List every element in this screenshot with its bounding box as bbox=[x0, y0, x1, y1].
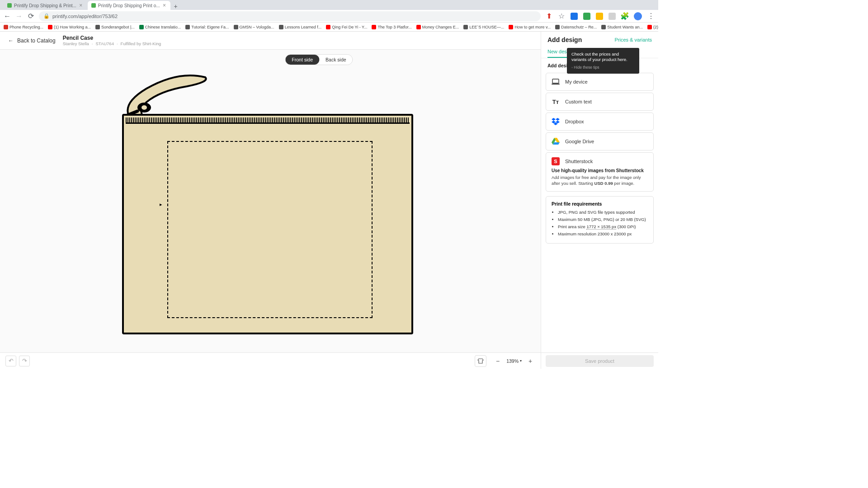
requirements-title: Print file requirements bbox=[552, 201, 648, 206]
requirement-item: Maximum 50 MB (JPG, PNG) or 20 MB (SVG) bbox=[558, 216, 648, 223]
bookmark-favicon-icon bbox=[4, 25, 8, 29]
product-brand: Stanley Stella bbox=[63, 41, 89, 46]
requirement-item: Print area size 1772 × 1535 px (300 DPI) bbox=[558, 224, 648, 230]
bookmark-item[interactable]: Phone Recycling... bbox=[4, 25, 43, 29]
requirement-item: JPG, PNG and SVG file types supported bbox=[558, 209, 648, 216]
bookmark-item[interactable]: Chinese translatio... bbox=[139, 25, 181, 29]
bookmark-item[interactable]: GMSN – Vologda... bbox=[234, 25, 274, 29]
requirement-item: Maximum resolution 23000 x 23000 px bbox=[558, 231, 648, 237]
redo-button[interactable]: ↷ bbox=[19, 356, 30, 366]
url-bar[interactable]: 🔒 printify.com/app/editor/753/62 bbox=[39, 11, 541, 21]
arrow-left-icon: ← bbox=[8, 38, 14, 44]
browser-tab[interactable]: Printify Drop Shipping Print o... × bbox=[88, 1, 170, 10]
reload-icon[interactable]: ⟳ bbox=[27, 13, 34, 20]
bookmark-item[interactable]: Datenschutz – Re... bbox=[555, 25, 597, 29]
google-drive-icon bbox=[552, 137, 560, 145]
product-sku: STAU764 bbox=[95, 41, 113, 46]
zipper-teeth bbox=[126, 117, 410, 124]
bookmark-favicon-icon bbox=[647, 25, 652, 29]
bookmark-label: Student Wants an... bbox=[607, 25, 643, 29]
profile-avatar[interactable] bbox=[634, 12, 642, 20]
star-icon[interactable]: ☆ bbox=[558, 13, 565, 20]
back-side-tab[interactable]: Back side bbox=[319, 55, 353, 65]
zoom-out-button[interactable]: − bbox=[493, 356, 503, 366]
source-shutterstock[interactable]: S Shutterstock Use high-quality images f… bbox=[546, 152, 654, 192]
bookmark-item[interactable]: Qing Fei De Yi - Y... bbox=[326, 25, 367, 29]
bookmark-item[interactable]: (2) How To Add A... bbox=[647, 25, 658, 29]
undo-button[interactable]: ↶ bbox=[5, 356, 16, 366]
bookmark-favicon-icon bbox=[463, 25, 468, 29]
product-mockup bbox=[122, 114, 413, 334]
bookmark-favicon-icon bbox=[48, 25, 52, 29]
shutterstock-subtitle: Use high-quality images from Shutterstoc… bbox=[552, 168, 648, 173]
save-bar: Save product bbox=[541, 352, 658, 369]
close-icon[interactable]: × bbox=[79, 3, 83, 8]
chevron-down-icon: ▾ bbox=[520, 359, 522, 363]
option-label: Google Drive bbox=[565, 139, 594, 144]
laptop-icon bbox=[552, 78, 560, 86]
bookmark-item[interactable]: LEE´S HOUSE—... bbox=[463, 25, 504, 29]
text-icon: Tт bbox=[552, 98, 560, 106]
tooltip-text: Check out the prices and variants of you… bbox=[571, 52, 627, 62]
menu-icon[interactable]: ⋮ bbox=[647, 13, 655, 20]
bookmark-label: How to get more v... bbox=[514, 25, 551, 29]
forward-icon[interactable]: → bbox=[15, 13, 23, 20]
print-area-outline[interactable] bbox=[167, 141, 373, 318]
bookmark-label: The Top 3 Platfor... bbox=[377, 25, 411, 29]
bookmark-label: Qing Fei De Yi - Y... bbox=[332, 25, 367, 29]
bookmark-item[interactable]: Lessons Learned f... bbox=[279, 25, 322, 29]
front-side-tab[interactable]: Front side bbox=[285, 55, 319, 65]
bookmark-item[interactable]: Money Changes E... bbox=[416, 25, 459, 29]
browser-tab[interactable]: Printify Drop Shipping & Print... × bbox=[4, 1, 87, 10]
bookmark-item[interactable]: How to get more v... bbox=[509, 25, 551, 29]
design-sidebar: Add design Prices & variants New design … bbox=[541, 32, 658, 369]
source-my-device[interactable]: My device bbox=[546, 73, 654, 91]
source-dropbox[interactable]: Dropbox bbox=[546, 113, 654, 131]
source-google-drive[interactable]: Google Drive bbox=[546, 132, 654, 150]
extension-icon[interactable] bbox=[571, 13, 578, 20]
bookmark-favicon-icon bbox=[601, 25, 606, 29]
bookmark-label: Datenschutz – Re... bbox=[561, 25, 597, 29]
bookmark-favicon-icon bbox=[234, 25, 238, 29]
back-to-catalog-link[interactable]: ← Back to Catalog bbox=[8, 38, 56, 44]
zoom-in-button[interactable]: + bbox=[525, 356, 535, 366]
extensions-icon[interactable]: 🧩 bbox=[621, 13, 628, 20]
hide-tips-link[interactable]: ◦ Hide these tips bbox=[571, 65, 635, 70]
new-tab-button[interactable]: + bbox=[171, 3, 180, 10]
product-fulfilled: Fulfilled by Shirt-King bbox=[121, 41, 161, 46]
bookmark-item[interactable]: Tutorial: Eigene Fa... bbox=[185, 25, 229, 29]
back-icon[interactable]: ← bbox=[4, 13, 11, 20]
bookmark-item[interactable]: The Top 3 Platfor... bbox=[372, 25, 411, 29]
extension-icon[interactable] bbox=[609, 13, 616, 20]
extension-icon[interactable] bbox=[583, 13, 590, 20]
editor-canvas[interactable]: ▸ bbox=[0, 50, 541, 354]
preview-toggle-button[interactable] bbox=[475, 355, 486, 367]
toolbar-actions: ⬆ ☆ 🧩 ⋮ bbox=[545, 12, 655, 20]
save-product-button[interactable]: Save product bbox=[546, 355, 653, 367]
bookmark-label: Tutorial: Eigene Fa... bbox=[191, 25, 229, 29]
close-icon[interactable]: × bbox=[162, 3, 167, 8]
extension-icon[interactable] bbox=[596, 13, 603, 20]
bookmark-label: LEE´S HOUSE—... bbox=[469, 25, 504, 29]
bookmarks-bar: Phone Recycling...(1) How Working a...So… bbox=[0, 23, 658, 32]
bookmark-label: Money Changes E... bbox=[422, 25, 459, 29]
zipper-pull-icon bbox=[119, 70, 214, 120]
prices-variants-link[interactable]: Prices & variants bbox=[614, 37, 652, 42]
side-toggle: Front side Back side bbox=[285, 54, 353, 65]
option-label: Shutterstock bbox=[565, 159, 593, 164]
bookmark-item[interactable]: (1) How Working a... bbox=[48, 25, 91, 29]
bookmark-label: Chinese translatio... bbox=[145, 25, 181, 29]
product-title: Pencil Case bbox=[63, 35, 161, 41]
bookmark-item[interactable]: Sonderangebot |... bbox=[95, 25, 135, 29]
bookmark-favicon-icon bbox=[555, 25, 560, 29]
zoom-level[interactable]: 139% ▾ bbox=[505, 358, 524, 364]
update-icon[interactable]: ⬆ bbox=[545, 13, 552, 20]
bookmark-item[interactable]: Student Wants an... bbox=[601, 25, 643, 29]
bookmark-label: Sonderangebot |... bbox=[101, 25, 135, 29]
bookmark-label: Phone Recycling... bbox=[9, 25, 43, 29]
sidebar-title: Add design bbox=[547, 36, 582, 43]
bookmark-label: GMSN – Vologda... bbox=[240, 25, 274, 29]
bookmark-favicon-icon bbox=[509, 25, 513, 29]
source-custom-text[interactable]: Tт Custom text bbox=[546, 93, 654, 111]
option-label: Dropbox bbox=[565, 119, 584, 124]
